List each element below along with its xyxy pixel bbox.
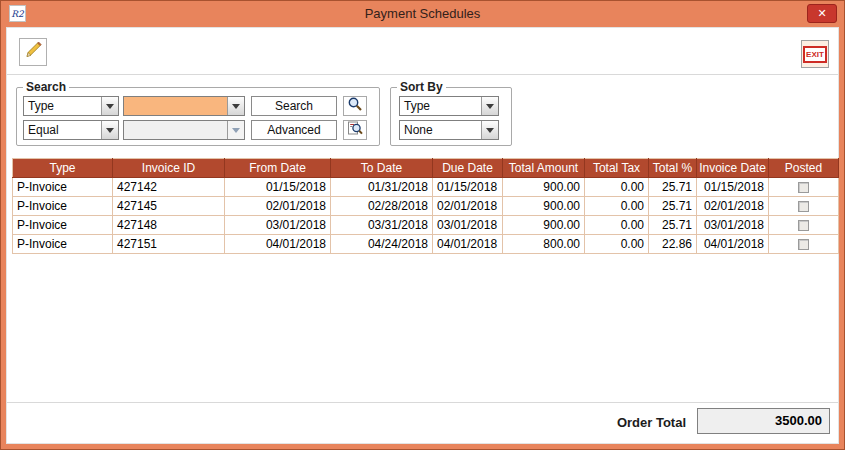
- posted-checkbox: [798, 182, 809, 193]
- cell-to-date: 03/31/2018: [331, 216, 433, 235]
- posted-checkbox: [798, 239, 809, 250]
- column-header-posted[interactable]: Posted: [769, 159, 839, 178]
- close-button[interactable]: ✕: [807, 4, 837, 23]
- cell-to-date: 04/24/2018: [331, 235, 433, 254]
- cell-total-tax: 0.00: [585, 235, 649, 254]
- sortby-groupbox: Sort By Type None: [390, 80, 512, 146]
- dropdown-arrow-icon[interactable]: [481, 121, 498, 139]
- cell-invoice-id: 427148: [113, 216, 225, 235]
- cell-from-date: 04/01/2018: [225, 235, 331, 254]
- cell-total-pct: 25.71: [649, 178, 697, 197]
- cell-total-tax: 0.00: [585, 197, 649, 216]
- search-value-combo[interactable]: [123, 96, 245, 116]
- cell-total-amount: 900.00: [503, 178, 585, 197]
- cell-invoice-date: 04/01/2018: [697, 235, 769, 254]
- cell-to-date: 01/31/2018: [331, 178, 433, 197]
- cell-total-amount: 900.00: [503, 216, 585, 235]
- cell-invoice-id: 427145: [113, 197, 225, 216]
- exit-button[interactable]: EXIT: [801, 40, 829, 68]
- search-field-select[interactable]: Type: [23, 96, 119, 116]
- cell-posted: [769, 197, 839, 216]
- search-button[interactable]: Search: [251, 96, 337, 116]
- cell-invoice-date: 01/15/2018: [697, 178, 769, 197]
- cell-posted: [769, 178, 839, 197]
- dropdown-arrow-icon[interactable]: [101, 121, 118, 139]
- table-row[interactable]: P-Invoice 427145 02/01/2018 02/28/2018 0…: [13, 197, 839, 216]
- cell-total-pct: 25.71: [649, 216, 697, 235]
- cell-to-date: 02/28/2018: [331, 197, 433, 216]
- cell-total-tax: 0.00: [585, 216, 649, 235]
- dropdown-arrow-icon[interactable]: [227, 97, 244, 115]
- cell-invoice-date: 03/01/2018: [697, 216, 769, 235]
- cell-from-date: 02/01/2018: [225, 197, 331, 216]
- column-header-invoice-id[interactable]: Invoice ID: [113, 159, 225, 178]
- schedules-grid: Type Invoice ID From Date To Date Due Da…: [12, 158, 838, 254]
- edit-button[interactable]: [19, 38, 47, 66]
- column-header-from-date[interactable]: From Date: [225, 159, 331, 178]
- window-title: Payment Schedules: [1, 6, 844, 21]
- posted-checkbox: [798, 201, 809, 212]
- grid-header-row: Type Invoice ID From Date To Date Due Da…: [13, 159, 839, 178]
- cell-total-amount: 800.00: [503, 235, 585, 254]
- cell-invoice-id: 427142: [113, 178, 225, 197]
- column-header-to-date[interactable]: To Date: [331, 159, 433, 178]
- dropdown-arrow-icon: [227, 121, 244, 139]
- column-header-total-amount[interactable]: Total Amount: [503, 159, 585, 178]
- cell-type: P-Invoice: [13, 197, 113, 216]
- search-icon-button[interactable]: [343, 96, 367, 116]
- dropdown-arrow-icon[interactable]: [481, 97, 498, 115]
- cell-total-pct: 22.86: [649, 235, 697, 254]
- sort-primary-select[interactable]: Type: [399, 96, 499, 116]
- dropdown-arrow-icon[interactable]: [101, 97, 118, 115]
- advanced-search-icon-button[interactable]: [343, 120, 367, 140]
- magnifier-icon: [347, 96, 363, 116]
- table-row[interactable]: P-Invoice 427148 03/01/2018 03/31/2018 0…: [13, 216, 839, 235]
- cell-total-tax: 0.00: [585, 178, 649, 197]
- cell-type: P-Invoice: [13, 178, 113, 197]
- table-row[interactable]: P-Invoice 427142 01/15/2018 01/31/2018 0…: [13, 178, 839, 197]
- payment-schedules-window: R2 Payment Schedules ✕ EXIT Search: [0, 0, 845, 450]
- search-operator-select[interactable]: Equal: [23, 120, 119, 140]
- order-total-value: 3500.00: [697, 408, 830, 434]
- cell-from-date: 01/15/2018: [225, 178, 331, 197]
- footer-divider: [7, 402, 838, 403]
- column-header-type[interactable]: Type: [13, 159, 113, 178]
- cell-due-date: 04/01/2018: [433, 235, 503, 254]
- search-groupbox: Search Type Search Equal: [16, 80, 380, 146]
- search-operator-value-combo: [123, 120, 245, 140]
- titlebar[interactable]: R2 Payment Schedules ✕: [1, 1, 844, 27]
- cell-due-date: 02/01/2018: [433, 197, 503, 216]
- cell-type: P-Invoice: [13, 216, 113, 235]
- table-row[interactable]: P-Invoice 427151 04/01/2018 04/24/2018 0…: [13, 235, 839, 254]
- column-header-invoice-date[interactable]: Invoice Date: [697, 159, 769, 178]
- cell-due-date: 01/15/2018: [433, 178, 503, 197]
- exit-icon: EXIT: [803, 46, 827, 63]
- cell-invoice-date: 02/01/2018: [697, 197, 769, 216]
- toolbar-divider: [7, 74, 838, 75]
- advanced-search-icon: [347, 120, 363, 140]
- advanced-button[interactable]: Advanced: [251, 120, 337, 140]
- pencil-icon: [23, 40, 43, 64]
- sort-secondary-select[interactable]: None: [399, 120, 499, 140]
- posted-checkbox: [798, 220, 809, 231]
- cell-total-pct: 25.71: [649, 197, 697, 216]
- cell-posted: [769, 216, 839, 235]
- sortby-group-label: Sort By: [397, 80, 446, 94]
- close-icon: ✕: [817, 7, 826, 19]
- cell-posted: [769, 235, 839, 254]
- column-header-total-tax[interactable]: Total Tax: [585, 159, 649, 178]
- order-total-label: Order Total: [617, 415, 686, 430]
- cell-due-date: 03/01/2018: [433, 216, 503, 235]
- search-group-label: Search: [23, 80, 69, 94]
- cell-type: P-Invoice: [13, 235, 113, 254]
- column-header-total-pct[interactable]: Total %: [649, 159, 697, 178]
- content-area: EXIT Search Type Search: [6, 27, 839, 444]
- cell-from-date: 03/01/2018: [225, 216, 331, 235]
- cell-invoice-id: 427151: [113, 235, 225, 254]
- column-header-due-date[interactable]: Due Date: [433, 159, 503, 178]
- cell-total-amount: 900.00: [503, 197, 585, 216]
